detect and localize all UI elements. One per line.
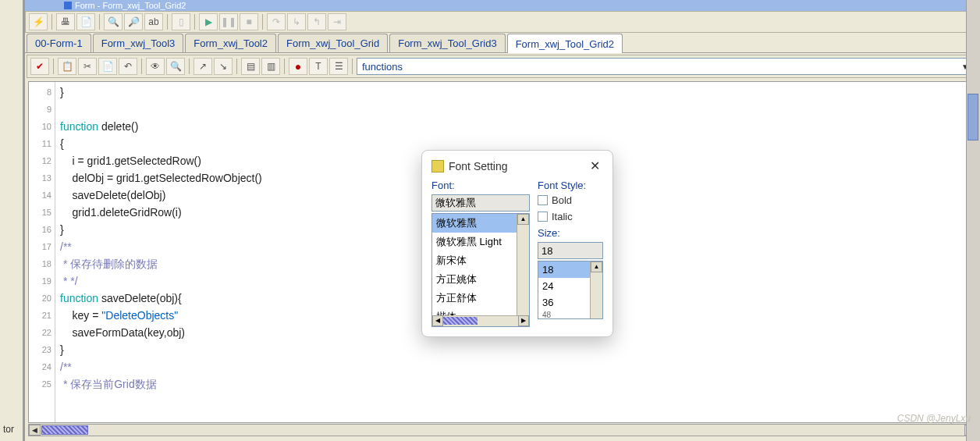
font-option[interactable]: 方正姚体 bbox=[432, 270, 529, 289]
scroll-right-arrow-icon[interactable]: ▶ bbox=[518, 315, 529, 326]
undo-button[interactable]: ↶ bbox=[119, 58, 137, 75]
find-button[interactable]: 🔍 bbox=[104, 13, 123, 30]
font-input[interactable]: 微软雅黑 bbox=[431, 194, 530, 212]
step-over-button[interactable]: ↷ bbox=[267, 13, 286, 30]
left-sidebar: tor bbox=[0, 0, 23, 441]
file-tab[interactable]: Form_xwj_Tool_Grid bbox=[278, 34, 388, 52]
font-option[interactable]: 楷体 bbox=[432, 308, 529, 315]
separator bbox=[53, 59, 54, 74]
watermark: CSDN @JenyLxu bbox=[897, 413, 971, 424]
font-option[interactable]: 方正舒体 bbox=[432, 289, 529, 308]
sidebar-label: tor bbox=[3, 424, 14, 435]
paste-button[interactable]: 📄 bbox=[98, 58, 117, 75]
font-button[interactable]: T bbox=[309, 58, 328, 75]
separator bbox=[51, 14, 52, 30]
window-icon bbox=[64, 2, 72, 9]
execute-button[interactable]: ⚡ bbox=[29, 13, 48, 30]
check-syntax-button[interactable]: ✔ bbox=[30, 58, 49, 75]
dialog-icon bbox=[431, 160, 444, 172]
font-label: Font: bbox=[431, 180, 530, 191]
cut-button[interactable]: ✂ bbox=[78, 58, 97, 75]
font-list-hscrollbar[interactable]: ◀ ▶ bbox=[432, 315, 529, 326]
separator bbox=[167, 14, 168, 30]
font-list-scrollbar[interactable]: ▲ bbox=[517, 214, 529, 326]
font-option[interactable]: 新宋体 bbox=[432, 251, 529, 270]
bold-checkbox[interactable]: Bold bbox=[538, 194, 603, 206]
size-label: Size: bbox=[538, 227, 603, 239]
separator bbox=[284, 59, 285, 74]
replace-button[interactable]: ab bbox=[144, 13, 163, 30]
file-tab[interactable]: Form_xwj_Tool_Grid2 bbox=[507, 34, 623, 53]
file-tab[interactable]: 00-Form-1 bbox=[27, 34, 91, 52]
function-selector-value: functions bbox=[362, 61, 403, 73]
find-next-button[interactable]: 🔎 bbox=[124, 13, 143, 30]
file-tab[interactable]: Form_xwj_Tool2 bbox=[185, 34, 276, 52]
separator bbox=[99, 14, 100, 30]
editor-toolbar: ✔ 📋 ✂ 📄 ↶ 👁 🔍 ↗ ↘ ▤ ▥ ● T ☰ functions ▼ bbox=[27, 55, 978, 78]
italic-checkbox[interactable]: Italic bbox=[538, 211, 603, 222]
font-setting-dialog: Font Setting ✕ Font: 微软雅黑 微软雅黑微软雅黑 Light… bbox=[421, 150, 613, 337]
window-title-text: Form - Form_xwj_Tool_Grid2 bbox=[75, 1, 186, 10]
main-toolbar: ⚡ 🖶 📄 🔍 🔎 ab ▯ ▶ ❚❚ ■ ↷ ↳ ↰ ⇥ bbox=[25, 11, 980, 33]
bookmark-button[interactable]: ▯ bbox=[172, 13, 190, 30]
line-gutter: 8910111213141516171819202122232425 bbox=[29, 82, 55, 422]
object-browser-button[interactable]: 👁 bbox=[146, 58, 165, 75]
separator bbox=[194, 14, 195, 30]
breakpoint-button[interactable]: ● bbox=[289, 58, 307, 75]
font-option[interactable]: 微软雅黑 Light bbox=[432, 233, 529, 251]
step-out-button[interactable]: ↰ bbox=[307, 13, 326, 30]
size-list-scrollbar[interactable]: ▲ bbox=[590, 261, 602, 318]
scroll-thumb[interactable] bbox=[41, 425, 88, 435]
horizontal-scrollbar[interactable]: ◀ ▶ bbox=[28, 424, 977, 436]
list-button[interactable]: ☰ bbox=[329, 58, 348, 75]
font-style-label: Font Style: bbox=[538, 180, 603, 191]
separator bbox=[236, 59, 237, 74]
file-tab[interactable]: Form_xwj_Tool_Grid3 bbox=[389, 34, 505, 52]
print-preview-button[interactable]: 📄 bbox=[76, 13, 95, 30]
scroll-up-arrow-icon[interactable]: ▲ bbox=[517, 214, 529, 225]
separator bbox=[352, 59, 353, 74]
checkbox-icon bbox=[538, 195, 548, 205]
expand-button[interactable]: ↘ bbox=[214, 58, 233, 75]
file-tab[interactable]: Form_xwj_Tool3 bbox=[93, 34, 184, 52]
vertical-scrollbar-thumb[interactable] bbox=[968, 94, 978, 140]
dialog-titlebar: Font Setting ✕ bbox=[431, 158, 603, 180]
scroll-left-arrow-icon[interactable]: ◀ bbox=[29, 425, 41, 436]
dialog-title-text: Font Setting bbox=[449, 160, 508, 172]
bold-label: Bold bbox=[552, 194, 572, 206]
step-into-button[interactable]: ↳ bbox=[287, 13, 306, 30]
separator bbox=[262, 14, 263, 30]
function-selector[interactable]: functions ▼ bbox=[357, 58, 975, 75]
pause-button[interactable]: ❚❚ bbox=[219, 13, 238, 30]
collapse-button[interactable]: ↗ bbox=[194, 58, 212, 75]
window-title-bar: Form - Form_xwj_Tool_Grid2 bbox=[25, 0, 980, 11]
font-option[interactable]: 微软雅黑 bbox=[432, 214, 529, 233]
size-list[interactable]: 18243648 ▲ bbox=[538, 261, 603, 319]
checkbox-icon bbox=[538, 212, 548, 222]
italic-label: Italic bbox=[552, 211, 573, 222]
find-object-button[interactable]: 🔍 bbox=[166, 58, 185, 75]
run-button[interactable]: ▶ bbox=[199, 13, 218, 30]
separator bbox=[189, 59, 190, 74]
indent-button[interactable]: ▤ bbox=[241, 58, 260, 75]
outdent-button[interactable]: ▥ bbox=[261, 58, 280, 75]
close-button[interactable]: ✕ bbox=[587, 158, 603, 173]
font-list[interactable]: 微软雅黑微软雅黑 Light新宋体方正姚体方正舒体楷体等线 ▲ ◀ ▶ bbox=[431, 213, 530, 327]
run-to-cursor-button[interactable]: ⇥ bbox=[328, 13, 346, 30]
file-tabs: 00-Form-1Form_xwj_Tool3Form_xwj_Tool2For… bbox=[25, 33, 980, 53]
scroll-left-arrow-icon[interactable]: ◀ bbox=[432, 315, 443, 326]
separator bbox=[141, 59, 142, 74]
vertical-scrollbar-track[interactable] bbox=[966, 0, 980, 441]
scroll-up-arrow-icon[interactable]: ▲ bbox=[591, 261, 602, 272]
size-input[interactable]: 18 bbox=[538, 242, 603, 259]
copy-button[interactable]: 📋 bbox=[58, 58, 76, 75]
scroll-thumb[interactable] bbox=[443, 317, 478, 325]
print-button[interactable]: 🖶 bbox=[56, 13, 75, 30]
stop-button[interactable]: ■ bbox=[240, 13, 258, 30]
